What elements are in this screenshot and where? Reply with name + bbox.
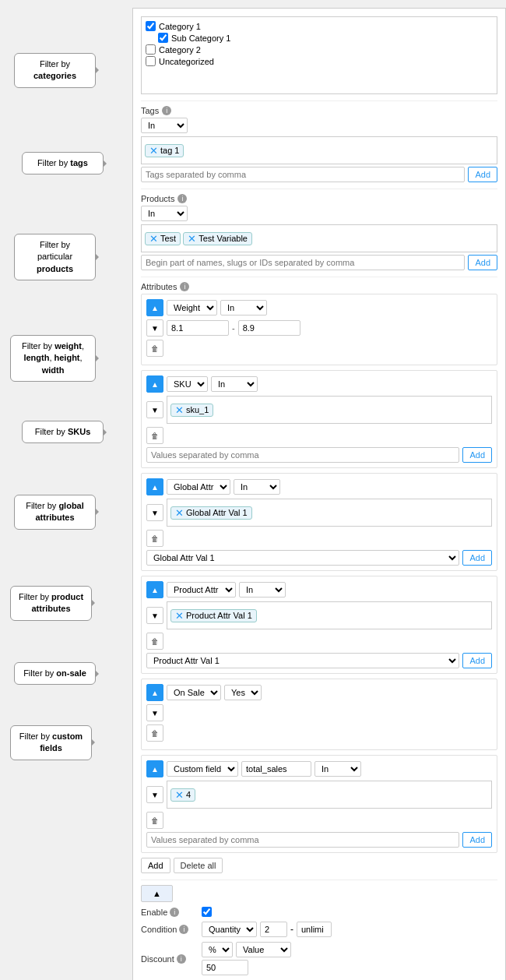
tags-add-button[interactable]: Add bbox=[468, 167, 497, 182]
global-attr-tag-remove-val1[interactable]: ✕ bbox=[175, 508, 184, 518]
weight-operator-select[interactable]: In Not In bbox=[220, 300, 267, 316]
big-up-button[interactable]: ▲ bbox=[141, 885, 173, 902]
product-attr-tag-remove-val1[interactable]: ✕ bbox=[175, 611, 184, 621]
product-attr-trash-row: 🗑 bbox=[146, 633, 492, 650]
sku-down-button[interactable]: ▼ bbox=[146, 401, 163, 418]
sku-add-button[interactable]: Add bbox=[462, 447, 492, 463]
global-attr-delete-button[interactable]: 🗑 bbox=[146, 530, 163, 547]
onsale-attr-select[interactable]: On Sale bbox=[167, 685, 221, 700]
category-checkbox-subcat1[interactable] bbox=[158, 33, 168, 43]
weight-range-from[interactable] bbox=[167, 320, 229, 336]
attributes-delete-all-button[interactable]: Delete all bbox=[174, 858, 223, 873]
custom-fields-delete-button[interactable]: 🗑 bbox=[146, 812, 163, 829]
enable-label: Enable i bbox=[141, 908, 195, 917]
tags-operator-select[interactable]: In Not In bbox=[141, 118, 188, 133]
products-operator-select[interactable]: In Not In bbox=[141, 206, 188, 221]
tag-remove-tag1[interactable]: ✕ bbox=[149, 146, 158, 156]
big-up-button-row: ▲ bbox=[141, 885, 497, 902]
sku-input[interactable] bbox=[146, 447, 459, 463]
product-tag-remove-test[interactable]: ✕ bbox=[149, 234, 158, 244]
product-attr-delete-button[interactable]: 🗑 bbox=[146, 633, 163, 650]
custom-fields-up-button[interactable]: ▲ bbox=[146, 760, 163, 777]
custom-fields-operator-select[interactable]: In Not In bbox=[314, 761, 361, 777]
enable-info-icon[interactable]: i bbox=[170, 908, 179, 917]
tag-label-tag1: tag 1 bbox=[160, 146, 179, 155]
onsale-delete-button[interactable]: 🗑 bbox=[146, 724, 163, 742]
condition-controls: Quantity Price - bbox=[202, 922, 332, 937]
weight-attr-select[interactable]: Weight Length Height Width bbox=[167, 300, 217, 316]
sku-attr-block: ▲ SKU In Not In ▼ ✕ sku_1 bbox=[141, 370, 497, 468]
product-tag-remove-testvariable[interactable]: ✕ bbox=[188, 234, 196, 244]
products-input[interactable] bbox=[141, 255, 465, 270]
condition-info-icon[interactable]: i bbox=[179, 925, 188, 934]
product-attr-add-button[interactable]: Add bbox=[462, 653, 492, 668]
global-attr-select[interactable]: Global Attr bbox=[167, 479, 230, 495]
global-attr-block: ▲ Global Attr In Not In ▼ ✕ Global Attr bbox=[141, 473, 497, 571]
product-attr-value-select[interactable]: Product Attr Val 1 bbox=[146, 653, 459, 668]
sku-top-row: ▲ SKU In Not In bbox=[146, 375, 492, 393]
discount-unit-select[interactable]: % $ bbox=[202, 942, 233, 957]
category-checkbox-cat2[interactable] bbox=[146, 44, 156, 55]
category-item-cat1: Category 1 bbox=[146, 21, 493, 31]
custom-fields-down-button[interactable]: ▼ bbox=[146, 786, 163, 803]
product-tag-testvariable: ✕ Test Variable bbox=[183, 232, 252, 245]
global-attr-operator-select[interactable]: In Not In bbox=[234, 479, 280, 495]
product-attr-tag-area: ✕ Product Attr Val 1 bbox=[167, 601, 492, 629]
product-attr-down-button[interactable]: ▼ bbox=[146, 607, 163, 624]
weight-up-button[interactable]: ▲ bbox=[146, 299, 163, 316]
sku-delete-button[interactable]: 🗑 bbox=[146, 427, 163, 444]
condition-type-select[interactable]: Quantity Price bbox=[202, 922, 257, 937]
category-checkbox-cat1[interactable] bbox=[146, 21, 156, 31]
custom-fields-tag-remove-4[interactable]: ✕ bbox=[175, 790, 184, 800]
weight-range-to[interactable] bbox=[238, 320, 300, 336]
product-attr-operator-select[interactable]: In Not In bbox=[239, 582, 286, 598]
products-tag-area: ✕ Test ✕ Test Variable bbox=[141, 224, 497, 252]
sku-attr-select[interactable]: SKU bbox=[167, 376, 208, 392]
category-checkbox-uncat[interactable] bbox=[146, 56, 156, 66]
global-attr-value-select[interactable]: Global Attr Val 1 bbox=[146, 550, 459, 566]
global-attr-down-button[interactable]: ▼ bbox=[146, 504, 163, 521]
custom-fields-name-input[interactable] bbox=[241, 761, 311, 777]
condition-from-input[interactable] bbox=[260, 922, 287, 937]
product-attr-select[interactable]: Product Attr bbox=[167, 582, 236, 598]
global-attr-add-button[interactable]: Add bbox=[462, 550, 492, 566]
onsale-down-button[interactable]: ▼ bbox=[146, 704, 163, 721]
tags-label: Tags i bbox=[141, 106, 497, 115]
global-attr-tag-area: ✕ Global Attr Val 1 bbox=[167, 499, 492, 527]
tags-info-icon[interactable]: i bbox=[162, 106, 171, 115]
custom-fields-input[interactable] bbox=[146, 832, 459, 848]
condition-to-input[interactable] bbox=[297, 922, 332, 937]
callout-filter-onsale: Filter by on-sale bbox=[14, 662, 96, 685]
onsale-down-row: ▼ bbox=[146, 704, 492, 721]
category-label-cat2: Category 2 bbox=[159, 45, 201, 55]
discount-source-select[interactable]: Value Formula bbox=[236, 942, 291, 957]
condition-row: Condition i Quantity Price - bbox=[141, 922, 497, 937]
filter-tags-section: Tags i In Not In ✕ tag 1 Add bbox=[141, 106, 497, 182]
global-attr-up-button[interactable]: ▲ bbox=[146, 478, 163, 495]
sku-up-button[interactable]: ▲ bbox=[146, 375, 163, 393]
discount-info-icon[interactable]: i bbox=[177, 954, 186, 964]
weight-delete-button[interactable]: 🗑 bbox=[146, 340, 163, 357]
product-attr-up-button[interactable]: ▲ bbox=[146, 581, 163, 598]
main-panel: Category 1 Sub Category 1 Category 2 Unc… bbox=[132, 8, 506, 980]
callout-filter-product-attr: Filter by product attributes bbox=[10, 586, 92, 621]
global-attr-tags-row: ▼ ✕ Global Attr Val 1 bbox=[146, 499, 492, 527]
products-info-icon[interactable]: i bbox=[177, 194, 187, 203]
sku-tag-remove-sku1[interactable]: ✕ bbox=[175, 405, 184, 415]
weight-attr-block: ▲ Weight Length Height Width In Not In ▼ bbox=[141, 294, 497, 365]
custom-fields-add-button[interactable]: Add bbox=[462, 832, 492, 848]
enable-checkbox[interactable] bbox=[202, 907, 212, 917]
products-add-button[interactable]: Add bbox=[468, 255, 497, 270]
tags-input[interactable] bbox=[141, 167, 465, 182]
onsale-up-button[interactable]: ▲ bbox=[146, 684, 163, 701]
product-attr-top-row: ▲ Product Attr In Not In bbox=[146, 581, 492, 598]
onsale-operator-select[interactable]: Yes No bbox=[224, 685, 262, 700]
attributes-info-icon[interactable]: i bbox=[180, 282, 189, 291]
global-attr-trash-row: 🗑 bbox=[146, 530, 492, 547]
attributes-add-button[interactable]: Add bbox=[141, 858, 170, 873]
weight-down-button[interactable]: ▼ bbox=[146, 319, 163, 337]
sku-operator-select[interactable]: In Not In bbox=[211, 376, 258, 392]
discount-value-input[interactable] bbox=[202, 960, 248, 975]
custom-fields-type-select[interactable]: Custom field bbox=[167, 761, 238, 777]
enable-row: Enable i bbox=[141, 907, 497, 917]
